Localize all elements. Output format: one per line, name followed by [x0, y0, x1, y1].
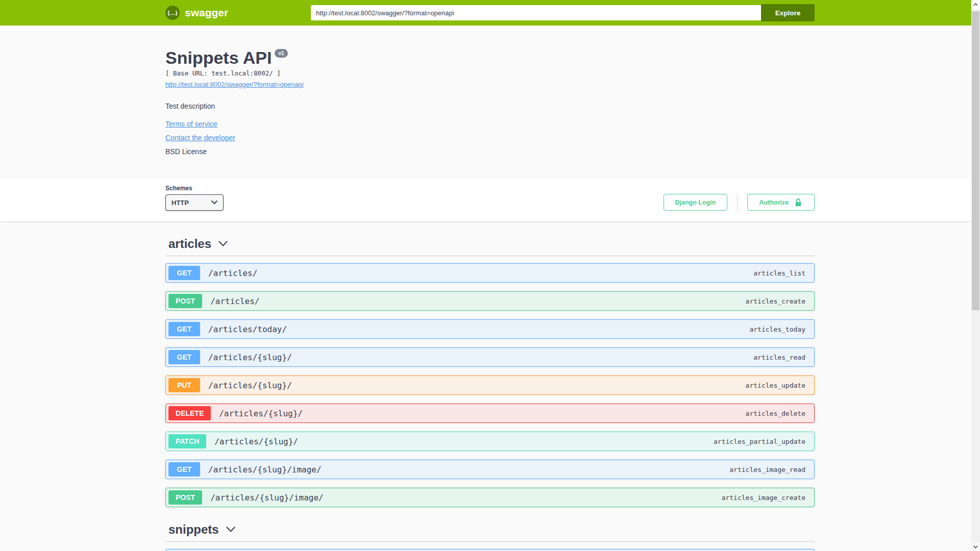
version-badge: v1 — [275, 49, 287, 58]
method-badge: DELETE — [168, 406, 211, 420]
chevron-down-icon — [218, 241, 228, 247]
operation-row[interactable]: GET /articles/{slug}/ articles_read — [165, 347, 815, 367]
operation-row[interactable]: GET /articles/today/ articles_today — [165, 319, 815, 339]
operation-path: /articles/{slug}/ — [214, 437, 298, 446]
method-badge: GET — [168, 322, 200, 336]
schemes-group: Schemes HTTP — [165, 185, 224, 211]
method-badge: POST — [168, 490, 202, 505]
scrollbar[interactable] — [971, 0, 980, 551]
operation-path: /articles/today/ — [208, 324, 287, 334]
explore-form: Explore — [311, 4, 815, 21]
unlock-icon — [794, 198, 803, 207]
operation-id: articles_image_read — [729, 466, 805, 473]
operation-row[interactable]: POST /articles/{slug}/image/ articles_im… — [165, 488, 815, 507]
scrollbar-down-icon[interactable] — [971, 542, 980, 551]
authorize-button[interactable]: Authorize — [747, 194, 815, 211]
schemes-selected-value: HTTP — [172, 199, 189, 207]
tag-section-articles: articles GET /articles/ articles_list PO… — [165, 237, 815, 507]
scheme-container: Schemes HTTP Django Login Authorize — [0, 178, 980, 221]
scrollbar-up-icon[interactable] — [971, 0, 980, 9]
spec-url-input[interactable] — [311, 5, 761, 20]
operation-path: /articles/{slug}/ — [219, 409, 303, 418]
scrollbar-thumb[interactable] — [971, 11, 980, 311]
api-title-text: Snippets API — [165, 48, 272, 67]
brand-title: swagger — [185, 7, 228, 19]
operation-path: /articles/ — [208, 268, 257, 278]
tag-header-articles[interactable]: articles — [165, 237, 815, 251]
method-badge: GET — [168, 350, 200, 364]
operation-path: /articles/{slug}/ — [208, 353, 292, 362]
explore-button[interactable]: Explore — [761, 4, 815, 21]
operation-id: articles_update — [746, 382, 805, 389]
tag-divider — [165, 541, 815, 542]
operations-main: articles GET /articles/ articles_list PO… — [165, 221, 815, 551]
auth-divider — [737, 194, 738, 211]
operation-id: articles_partial_update — [714, 438, 805, 445]
authorize-label: Authorize — [759, 199, 789, 206]
operation-path: /articles/{slug}/image/ — [210, 493, 324, 503]
method-badge: PUT — [168, 378, 200, 392]
spec-link[interactable]: http://test.local:8002/swagger/?format=o… — [165, 81, 304, 88]
operation-row[interactable]: DELETE /articles/{slug}/ articles_delete — [165, 404, 815, 423]
operation-row[interactable]: GET /articles/{slug}/image/ articles_ima… — [165, 460, 815, 479]
method-badge: POST — [168, 294, 202, 308]
operation-row[interactable]: PATCH /articles/{slug}/ articles_partial… — [165, 432, 815, 451]
chevron-down-icon — [226, 527, 235, 533]
topbar: {…} swagger Explore — [0, 0, 980, 26]
operation-id: articles_create — [746, 297, 805, 305]
operation-row[interactable]: GET /snippets/ snippets_list — [165, 549, 815, 551]
tag-header-snippets[interactable]: snippets — [165, 522, 815, 537]
swagger-logo-glyph: {…} — [167, 10, 178, 16]
tag-name: snippets — [168, 522, 219, 537]
license-text: BSD License — [165, 147, 815, 178]
api-description: Test description — [165, 102, 815, 110]
operation-id: articles_list — [753, 269, 805, 277]
operation-row[interactable]: PUT /articles/{slug}/ articles_update — [165, 375, 815, 395]
operation-id: articles_image_create — [722, 494, 805, 502]
info-section: Snippets APIv1 [ Base URL: test.local:80… — [0, 48, 980, 178]
chevron-down-icon — [211, 201, 217, 205]
operation-path: /articles/{slug}/ — [208, 381, 292, 390]
django-login-label: Django Login — [675, 199, 716, 206]
operation-row[interactable]: GET /articles/ articles_list — [165, 263, 815, 283]
method-badge: PATCH — [168, 434, 206, 448]
tag-name: articles — [168, 237, 211, 251]
tag-divider — [165, 256, 815, 256]
swagger-logo-icon: {…} — [165, 6, 180, 20]
operation-path: /articles/{slug}/image/ — [208, 465, 322, 474]
tag-section-snippets: snippets GET /snippets/ snippets_list — [165, 522, 815, 551]
schemes-label: Schemes — [165, 185, 224, 192]
contact-developer-link[interactable]: Contact the developer — [165, 134, 235, 142]
terms-of-service-link[interactable]: Terms of service — [165, 120, 217, 128]
schemes-select[interactable]: HTTP — [165, 194, 224, 211]
page-title: Snippets APIv1 — [165, 48, 815, 68]
auth-wrapper: Django Login Authorize — [664, 194, 815, 211]
operation-id: articles_today — [749, 325, 805, 333]
operation-row[interactable]: POST /articles/ articles_create — [165, 291, 815, 311]
base-url: [ Base URL: test.local:8002/ ] — [165, 69, 815, 77]
method-badge: GET — [168, 462, 200, 477]
operation-id: articles_read — [753, 354, 805, 361]
operation-path: /articles/ — [210, 296, 259, 306]
operation-id: articles_delete — [746, 410, 805, 417]
method-badge: GET — [168, 266, 200, 280]
django-login-button[interactable]: Django Login — [664, 194, 728, 211]
